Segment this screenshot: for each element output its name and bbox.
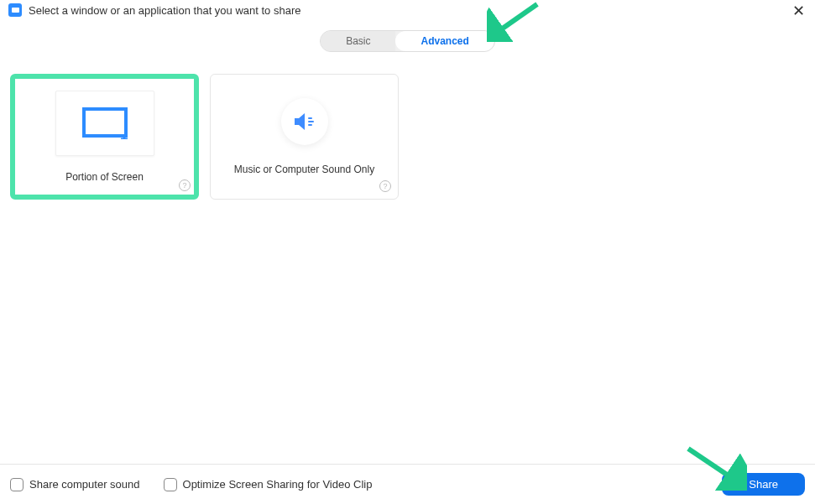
- help-icon[interactable]: ?: [179, 179, 191, 191]
- zoom-logo-icon: [8, 3, 22, 17]
- share-sound-checkbox[interactable]: Share computer sound: [10, 478, 140, 491]
- sound-icon-container: [281, 98, 328, 145]
- optimize-video-checkbox[interactable]: Optimize Screen Sharing for Video Clip: [164, 478, 373, 491]
- option-portion-of-screen[interactable]: Portion of Screen ?: [10, 74, 199, 200]
- window-header: Select a window or an application that y…: [0, 0, 815, 20]
- portion-icon-container: [55, 91, 154, 156]
- tab-basic[interactable]: Basic: [321, 31, 395, 51]
- option-computer-sound[interactable]: Music or Computer Sound Only ?: [210, 74, 399, 200]
- options-grid: Portion of Screen ? Music or Computer So…: [0, 52, 815, 221]
- window-title: Select a window or an application that y…: [29, 4, 300, 17]
- checkbox-icon: [10, 478, 24, 491]
- tab-advanced[interactable]: Advanced: [395, 31, 494, 51]
- tabs-container: Basic Advanced: [0, 30, 815, 52]
- share-button[interactable]: Share: [722, 473, 805, 496]
- option-sound-label: Music or Computer Sound Only: [234, 164, 374, 175]
- svg-rect-0: [84, 109, 126, 136]
- speaker-icon: [293, 112, 316, 132]
- help-icon[interactable]: ?: [379, 180, 391, 192]
- footer-bar: Share computer sound Optimize Screen Sha…: [0, 464, 815, 504]
- optimize-video-label: Optimize Screen Sharing for Video Clip: [183, 478, 373, 491]
- share-sound-label: Share computer sound: [29, 478, 140, 491]
- checkbox-icon: [164, 478, 177, 491]
- close-icon[interactable]: ✕: [792, 3, 805, 18]
- option-portion-label: Portion of Screen: [65, 171, 144, 183]
- screen-portion-icon: [82, 107, 128, 139]
